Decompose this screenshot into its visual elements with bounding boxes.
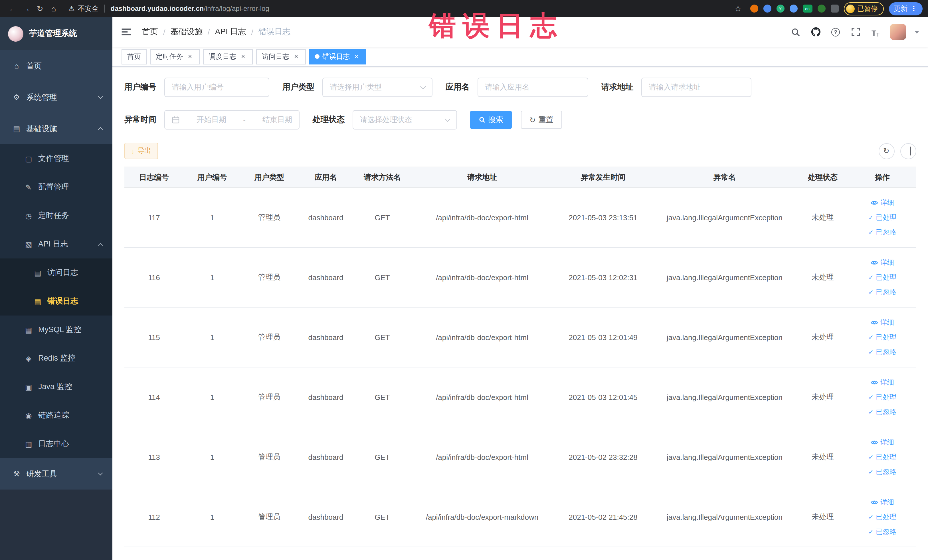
ignored-link[interactable]: ✓已忽略 xyxy=(868,405,896,419)
process-status-select[interactable]: 请选择处理状态 xyxy=(353,110,457,130)
header-cell: 请求方法名 xyxy=(354,167,411,187)
ignored-link[interactable]: ✓已忽略 xyxy=(868,465,896,479)
processed-link[interactable]: ✓已处理 xyxy=(868,330,896,344)
extension-icon[interactable]: on xyxy=(803,5,812,12)
app-name-input[interactable]: 请输入应用名 xyxy=(478,78,588,97)
ignored-link[interactable]: ✓已忽略 xyxy=(868,225,896,240)
security-chip[interactable]: ⚠ 不安全 xyxy=(69,4,99,14)
back-icon[interactable]: ← xyxy=(6,2,20,15)
extension-icon[interactable] xyxy=(817,5,825,12)
cell-url: /api/infra/db-doc/export-html xyxy=(411,248,553,307)
address-bar[interactable]: dashboard.yudao.iocoder.cn /infra/log/ap… xyxy=(111,5,269,12)
detail-link[interactable]: 详细 xyxy=(871,315,894,330)
user-id-input[interactable]: 请输入用户编号 xyxy=(164,78,269,97)
action-label: 已处理 xyxy=(876,210,896,224)
detail-link[interactable]: 详细 xyxy=(871,375,894,389)
tab-错误日志[interactable]: 错误日志× xyxy=(309,49,366,64)
extension-icon[interactable] xyxy=(763,5,771,12)
profile-avatar-icon xyxy=(846,4,855,13)
table-body: 1171管理员dashboardGET/api/infra/db-doc/exp… xyxy=(124,188,916,547)
processed-link[interactable]: ✓已处理 xyxy=(868,210,896,224)
close-icon[interactable]: × xyxy=(186,52,194,61)
close-icon[interactable]: × xyxy=(353,52,360,61)
export-button[interactable]: ↓ 导出 xyxy=(124,143,158,159)
tab-访问日志[interactable]: 访问日志× xyxy=(256,49,306,64)
breadcrumb-item[interactable]: 首页 xyxy=(142,27,158,37)
cell-user_type: 管理员 xyxy=(241,308,298,367)
ignored-link[interactable]: ✓已忽略 xyxy=(868,525,896,539)
font-size-icon[interactable]: TT xyxy=(870,26,881,38)
fullscreen-icon[interactable] xyxy=(850,26,861,38)
sidebar-item-redis[interactable]: ◈Redis 监控 xyxy=(0,344,112,372)
processed-link[interactable]: ✓已处理 xyxy=(868,510,896,524)
profile-paused-badge[interactable]: 已暂停 xyxy=(844,2,884,15)
tab-调度日志[interactable]: 调度日志× xyxy=(203,49,253,64)
table-header: 日志编号用户编号用户类型应用名请求方法名请求地址异常发生时间异常名处理状态操作 xyxy=(124,166,916,188)
breadcrumb-item[interactable]: API 日志 xyxy=(215,27,246,37)
puzzle-extension-icon[interactable] xyxy=(830,5,838,12)
refresh-button[interactable]: ↻ xyxy=(878,143,894,159)
close-icon[interactable]: × xyxy=(292,52,300,61)
sidebar-item-gear[interactable]: ⚙系统管理 xyxy=(0,82,112,113)
search-button[interactable]: 搜索 xyxy=(470,111,512,129)
app-logo[interactable]: 芋道管理系统 xyxy=(0,17,112,50)
browser-update-button[interactable]: 更新 ⋮ xyxy=(888,2,922,15)
sidebar-item-label: MySQL 监控 xyxy=(38,325,102,335)
check-icon: ✓ xyxy=(868,345,873,359)
header-cell: 处理状态 xyxy=(797,167,849,187)
sidebar-item-api-log[interactable]: ▧API 日志 xyxy=(0,230,112,258)
sidebar-item-label: 首页 xyxy=(26,61,102,71)
sidebar-item-access-log[interactable]: ▤访问日志 xyxy=(0,258,112,287)
sidebar-item-error-log[interactable]: ▤错误日志 xyxy=(0,287,112,316)
home-icon[interactable]: ⌂ xyxy=(47,2,61,15)
sidebar-item-infrastructure[interactable]: ▤基础设施 xyxy=(0,113,112,144)
sidebar-item-label: 文件管理 xyxy=(38,154,102,164)
detail-link[interactable]: 详细 xyxy=(871,195,894,210)
action-label: 详细 xyxy=(881,195,894,210)
processed-link[interactable]: ✓已处理 xyxy=(868,450,896,464)
ignored-link[interactable]: ✓已忽略 xyxy=(868,345,896,359)
sidebar-item-mysql[interactable]: ▦MySQL 监控 xyxy=(0,316,112,344)
breadcrumb-item[interactable]: 基础设施 xyxy=(171,27,203,37)
sidebar-item-java[interactable]: ▣Java 监控 xyxy=(0,372,112,401)
user-avatar[interactable] xyxy=(890,24,906,40)
hamburger-icon[interactable] xyxy=(122,27,133,37)
tab-定时任务[interactable]: 定时任务× xyxy=(150,49,200,64)
filter-row-1: 用户编号 请输入用户编号 用户类型 请选择用户类型 应用名 请输入应用名 请求地… xyxy=(124,78,916,97)
bookmark-star-icon[interactable]: ☆ xyxy=(731,2,745,15)
action-label: 已忽略 xyxy=(876,525,896,539)
close-icon[interactable]: × xyxy=(239,52,247,61)
header-cell: 用户编号 xyxy=(184,167,241,187)
detail-link[interactable]: 详细 xyxy=(871,435,894,449)
processed-link[interactable]: ✓已处理 xyxy=(868,270,896,284)
reset-button[interactable]: ↻ 重置 xyxy=(521,111,562,129)
sidebar-item-trace[interactable]: ◉链路追踪 xyxy=(0,401,112,430)
java-icon: ▣ xyxy=(24,383,33,391)
sidebar-item-config[interactable]: ✎配置管理 xyxy=(0,173,112,201)
extension-icon[interactable]: Y xyxy=(776,5,784,12)
help-icon[interactable]: ? xyxy=(830,26,841,38)
sidebar-item-home[interactable]: ⌂首页 xyxy=(0,50,112,82)
gear-icon: ⚙ xyxy=(12,93,21,102)
search-icon[interactable] xyxy=(790,26,801,38)
sidebar-item-devtools[interactable]: ⚒研发工具 xyxy=(0,458,112,490)
user-type-select[interactable]: 请选择用户类型 xyxy=(322,78,432,97)
tab-首页[interactable]: 首页 xyxy=(122,49,147,64)
github-icon[interactable] xyxy=(810,26,821,38)
request-url-input[interactable]: 请输入请求地址 xyxy=(641,78,751,97)
chevron-down-icon[interactable] xyxy=(914,31,919,34)
detail-link[interactable]: 详细 xyxy=(871,495,894,509)
sidebar-item-file[interactable]: ▢文件管理 xyxy=(0,144,112,173)
table-toolbar: ↓ 导出 ↻ ▕ xyxy=(124,143,916,159)
reload-icon[interactable]: ↻ xyxy=(33,2,47,15)
detail-link[interactable]: 详细 xyxy=(871,255,894,270)
extension-icon[interactable] xyxy=(750,5,758,12)
extension-icon[interactable] xyxy=(789,5,797,12)
processed-link[interactable]: ✓已处理 xyxy=(868,390,896,404)
sidebar-item-log-center[interactable]: ▥日志中心 xyxy=(0,430,112,458)
ignored-link[interactable]: ✓已忽略 xyxy=(868,285,896,299)
column-settings-button[interactable]: ▕ xyxy=(900,143,916,159)
forward-icon[interactable]: → xyxy=(20,2,33,15)
sidebar-item-schedule[interactable]: ◷定时任务 xyxy=(0,201,112,230)
date-range-picker[interactable]: 开始日期 - 结束日期 xyxy=(164,110,299,130)
